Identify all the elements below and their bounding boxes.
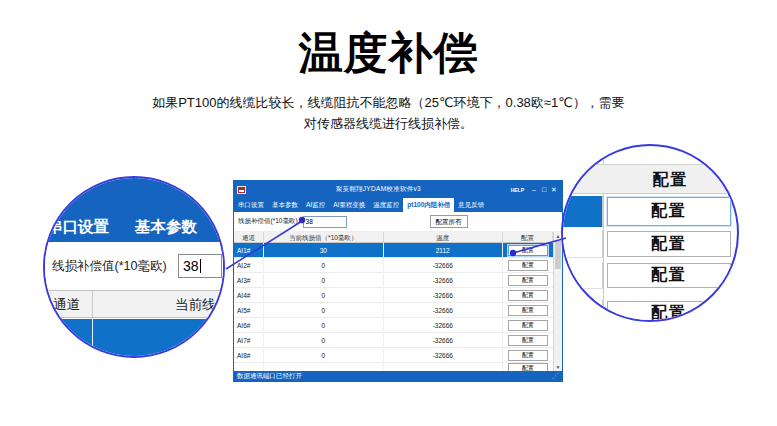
magnified-cell: [563, 262, 603, 289]
status-bar: 数据通讯端口已经打开 ⋰: [234, 371, 562, 381]
tab-ai-range[interactable]: AI量程变换: [329, 198, 369, 212]
page: 温度补偿 如果PT100的线缆比较长，线缆阻抗不能忽略（25℃环境下，0.38欧…: [0, 0, 777, 426]
magnified-configure-button: 配置: [607, 263, 731, 288]
magnified-selected-row: [45, 319, 223, 358]
cell-line-loss: 30: [264, 243, 384, 258]
subtitle-line-2: 对传感器线缆进行线损补偿。: [0, 113, 777, 134]
cell-channel: AI2#: [234, 258, 264, 273]
table-row[interactable]: AI2# 0 -32666 配置: [234, 258, 553, 273]
configure-button[interactable]: 配置: [508, 290, 548, 301]
cell-line-loss: 0: [264, 318, 384, 333]
magnified-tab-bar: 串口设置 基本参数: [45, 178, 223, 242]
scrollbar-thumb[interactable]: [555, 241, 561, 269]
magnified-cell: [563, 300, 603, 322]
header-channel: 通道: [234, 232, 264, 243]
compensation-input[interactable]: [303, 216, 347, 228]
magnified-header-channel: 通道: [53, 296, 80, 314]
configure-button[interactable]: 配置: [508, 245, 548, 256]
cell-channel: AI6#: [234, 318, 264, 333]
table-row-partial: 配置: [234, 363, 553, 371]
configure-button[interactable]: 配置: [508, 275, 548, 286]
cell-temperature: -32666: [384, 318, 504, 333]
cell-line-loss: 0: [264, 258, 384, 273]
configure-button[interactable]: 配置: [508, 260, 548, 271]
cell-channel: AI4#: [234, 288, 264, 303]
cell-channel: AI3#: [234, 273, 264, 288]
table-row[interactable]: AI4# 0 -32666 配置: [234, 288, 553, 303]
status-text: 数据通讯端口已经打开: [237, 372, 302, 381]
magnified-configure-button: 配置: [607, 231, 731, 257]
cell-line-loss: 0: [264, 348, 384, 363]
table-row[interactable]: AI1# 30 2112 配置: [234, 243, 553, 258]
header-temperature: 温度: [384, 232, 504, 243]
table-row[interactable]: AI3# 0 -32666 配置: [234, 273, 553, 288]
magnified-tab-basic: 基本参数: [135, 217, 197, 238]
left-magnifier-callout: 串口设置 基本参数 线损补偿值(*10毫欧) 38 通道 当前线损值: [43, 176, 225, 358]
magnified-row: 配置: [563, 300, 737, 322]
tab-basic-params[interactable]: 基本参数: [268, 198, 302, 212]
cell-temperature: -32666: [384, 288, 504, 303]
tab-feedback[interactable]: 意见反馈: [454, 198, 488, 212]
tab-bar: 串口设置 基本参数 AI监控 AI量程变换 温度监控 pt100内阻补偿 意见反…: [234, 198, 562, 212]
compensation-toolbar: 线损补偿值(*10毫欧) 配置所有: [234, 212, 562, 232]
window-title: 聚英翱翔JYDAM校准软件v3: [246, 185, 511, 194]
tab-serial-settings[interactable]: 串口设置: [234, 198, 268, 212]
cell-temperature: -32666: [384, 258, 504, 273]
text-caret: [200, 259, 201, 273]
column-divider: [92, 319, 93, 358]
magnified-row: 配置: [563, 196, 737, 227]
header-line-loss: 当前线损值（*10毫欧）: [264, 232, 384, 243]
configure-button[interactable]: 配置: [508, 305, 548, 316]
cell-temperature: -32666: [384, 348, 504, 363]
help-button[interactable]: HELP: [511, 187, 524, 193]
configure-button[interactable]: 配置: [508, 350, 548, 361]
magnified-compensation-input: 38: [178, 254, 222, 278]
page-title: 温度补偿: [0, 24, 777, 83]
tab-ai-monitor[interactable]: AI监控: [302, 198, 329, 212]
magnified-tab-serial: 串口设置: [47, 217, 109, 238]
cell-temperature: -32666: [384, 273, 504, 288]
table-row[interactable]: AI5# 0 -32666 配置: [234, 303, 553, 318]
resize-grip-icon[interactable]: ⋰: [552, 372, 559, 380]
window-body: 线损补偿值(*10毫欧) 配置所有 通道 当前线损值（*10毫欧） 温度 配置 …: [234, 212, 562, 371]
close-button[interactable]: ✕: [549, 184, 559, 196]
tab-pt100-compensation[interactable]: pt100内阻补偿: [403, 198, 454, 212]
magnified-row: 配置: [563, 262, 737, 289]
app-icon: [237, 186, 246, 194]
column-divider: [92, 291, 93, 317]
table-row[interactable]: AI7# 0 -32666 配置: [234, 333, 553, 348]
cell-temperature: -32666: [384, 303, 504, 318]
cell-channel: AI7#: [234, 333, 264, 348]
configure-button[interactable]: 配置: [508, 335, 548, 346]
configure-all-button[interactable]: 配置所有: [430, 215, 468, 228]
subtitle-line-1: 如果PT100的线缆比较长，线缆阻抗不能忽略（25℃环境下，0.38欧≈1℃），…: [0, 92, 777, 113]
magnified-header-label: 配置: [604, 165, 737, 195]
cell-line-loss: 0: [264, 288, 384, 303]
magnified-configure-header: 配置: [563, 164, 737, 194]
vertical-scrollbar[interactable]: ▲ ▼: [553, 232, 562, 371]
channel-table: 通道 当前线损值（*10毫欧） 温度 配置 AI1# 30 2112 配置 AI…: [234, 232, 553, 371]
maximize-button[interactable]: □: [539, 184, 549, 196]
table-row[interactable]: AI8# 0 -32666 配置: [234, 348, 553, 363]
cell-channel: AI1#: [234, 243, 264, 258]
magnified-configure-button: 配置: [607, 197, 731, 226]
configure-button[interactable]: 配置: [508, 320, 548, 331]
magnified-configure-button: 配置: [607, 301, 731, 322]
minimize-button[interactable]: –: [529, 184, 539, 196]
magnified-row: 配置: [563, 230, 737, 258]
cell-channel: AI5#: [234, 303, 264, 318]
table-header-row: 通道 当前线损值（*10毫欧） 温度 配置: [234, 232, 553, 243]
tab-temp-monitor[interactable]: 温度监控: [369, 198, 403, 212]
cell-line-loss: 0: [264, 303, 384, 318]
cell-line-loss: 0: [264, 273, 384, 288]
configure-button[interactable]: 配置: [508, 363, 548, 371]
header-configure: 配置: [503, 232, 553, 243]
page-subtitle: 如果PT100的线缆比较长，线缆阻抗不能忽略（25℃环境下，0.38欧≈1℃），…: [0, 92, 777, 134]
scroll-down-icon[interactable]: ▼: [554, 363, 562, 371]
compensation-label: 线损补偿值(*10毫欧): [238, 217, 298, 226]
title-bar: 聚英翱翔JYDAM校准软件v3 HELP – □ ✕: [234, 181, 562, 198]
table-row[interactable]: AI6# 0 -32666 配置: [234, 318, 553, 333]
magnified-compensation-label: 线损补偿值(*10毫欧): [52, 258, 167, 275]
magnified-toolbar: 线损补偿值(*10毫欧) 38: [45, 242, 223, 290]
magnified-cell: [563, 230, 603, 258]
